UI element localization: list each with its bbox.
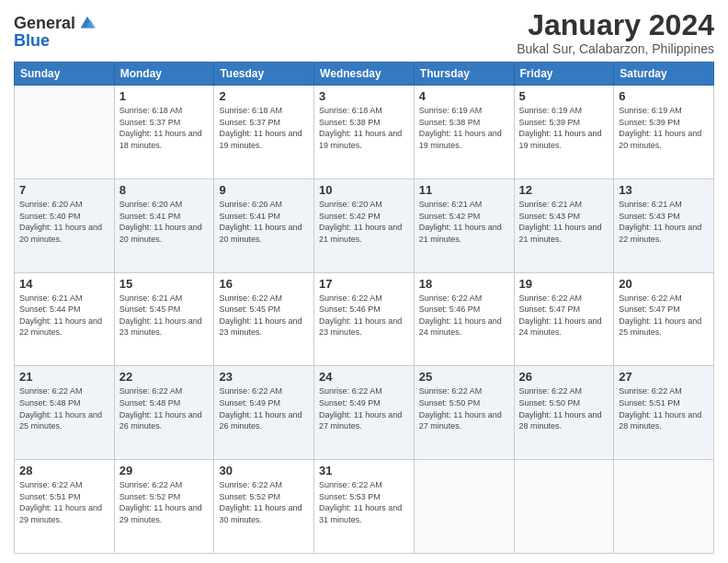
calendar-cell-w1-d5: 4Sunrise: 6:19 AMSunset: 5:38 PMDaylight… (414, 86, 514, 179)
day-number: 3 (319, 89, 409, 103)
day-number: 25 (419, 370, 509, 384)
calendar-cell-w4-d6: 26Sunrise: 6:22 AMSunset: 5:50 PMDayligh… (514, 366, 614, 460)
day-info: Sunrise: 6:21 AMSunset: 5:44 PMDaylight:… (19, 293, 109, 339)
logo-icon (77, 13, 97, 33)
calendar-header-row: Sunday Monday Tuesday Wednesday Thursday… (15, 63, 714, 86)
calendar-cell-w3-d1: 14Sunrise: 6:21 AMSunset: 5:44 PMDayligh… (15, 272, 115, 366)
day-number: 23 (219, 370, 309, 384)
calendar-cell-w3-d7: 20Sunrise: 6:22 AMSunset: 5:47 PMDayligh… (614, 272, 714, 366)
day-number: 26 (519, 370, 609, 384)
calendar-cell-w2-d7: 13Sunrise: 6:21 AMSunset: 5:43 PMDayligh… (614, 178, 714, 272)
calendar-cell-w5-d6 (514, 460, 614, 554)
calendar-cell-w5-d7 (614, 460, 714, 554)
day-info: Sunrise: 6:22 AMSunset: 5:46 PMDaylight:… (319, 293, 409, 339)
calendar-cell-w2-d1: 7Sunrise: 6:20 AMSunset: 5:40 PMDaylight… (15, 178, 115, 272)
day-number: 2 (219, 89, 309, 103)
day-info: Sunrise: 6:22 AMSunset: 5:50 PMDaylight:… (419, 385, 509, 431)
calendar-cell-w5-d2: 29Sunrise: 6:22 AMSunset: 5:52 PMDayligh… (114, 460, 214, 554)
day-info: Sunrise: 6:22 AMSunset: 5:52 PMDaylight:… (119, 479, 210, 525)
day-number: 14 (19, 277, 109, 291)
calendar-cell-w3-d3: 16Sunrise: 6:22 AMSunset: 5:45 PMDayligh… (214, 272, 314, 366)
day-number: 21 (19, 370, 109, 384)
calendar-cell-w3-d6: 19Sunrise: 6:22 AMSunset: 5:47 PMDayligh… (514, 272, 614, 366)
day-number: 29 (119, 464, 210, 477)
day-number: 30 (219, 464, 309, 477)
day-number: 13 (619, 183, 709, 197)
day-info: Sunrise: 6:19 AMSunset: 5:39 PMDaylight:… (519, 105, 609, 151)
calendar-week-3: 14Sunrise: 6:21 AMSunset: 5:44 PMDayligh… (15, 272, 714, 366)
day-number: 19 (519, 277, 609, 291)
day-number: 1 (119, 89, 210, 103)
day-number: 24 (319, 370, 409, 384)
col-tuesday: Tuesday (214, 63, 314, 86)
calendar-cell-w4-d4: 24Sunrise: 6:22 AMSunset: 5:49 PMDayligh… (314, 366, 415, 460)
page: General Blue January 2024 Bukal Sur, Cal… (0, 0, 728, 563)
day-number: 31 (319, 464, 409, 477)
day-number: 10 (319, 183, 409, 197)
day-number: 8 (119, 183, 210, 197)
logo-blue-text: Blue (14, 31, 50, 50)
day-info: Sunrise: 6:22 AMSunset: 5:53 PMDaylight:… (319, 479, 409, 525)
day-number: 27 (619, 370, 709, 384)
day-info: Sunrise: 6:22 AMSunset: 5:51 PMDaylight:… (19, 479, 109, 525)
calendar-table: Sunday Monday Tuesday Wednesday Thursday… (14, 62, 714, 554)
day-number: 4 (419, 89, 509, 103)
calendar-cell-w4-d7: 27Sunrise: 6:22 AMSunset: 5:51 PMDayligh… (614, 366, 714, 460)
day-number: 11 (419, 183, 509, 197)
calendar-cell-w2-d3: 9Sunrise: 6:20 AMSunset: 5:41 PMDaylight… (214, 178, 314, 272)
day-number: 17 (319, 277, 409, 291)
col-thursday: Thursday (414, 63, 514, 86)
calendar-cell-w2-d4: 10Sunrise: 6:20 AMSunset: 5:42 PMDayligh… (314, 178, 415, 272)
calendar-cell-w5-d1: 28Sunrise: 6:22 AMSunset: 5:51 PMDayligh… (15, 460, 115, 554)
calendar-cell-w1-d4: 3Sunrise: 6:18 AMSunset: 5:38 PMDaylight… (314, 86, 415, 179)
day-info: Sunrise: 6:19 AMSunset: 5:39 PMDaylight:… (619, 105, 709, 151)
calendar-cell-w3-d2: 15Sunrise: 6:21 AMSunset: 5:45 PMDayligh… (114, 272, 214, 366)
title-area: January 2024 Bukal Sur, Calabarzon, Phil… (517, 9, 714, 56)
day-info: Sunrise: 6:21 AMSunset: 5:43 PMDaylight:… (619, 199, 709, 245)
calendar-cell-w1-d7: 6Sunrise: 6:19 AMSunset: 5:39 PMDaylight… (614, 86, 714, 179)
calendar-cell-w2-d5: 11Sunrise: 6:21 AMSunset: 5:42 PMDayligh… (414, 178, 514, 272)
day-info: Sunrise: 6:18 AMSunset: 5:37 PMDaylight:… (219, 105, 309, 151)
day-info: Sunrise: 6:22 AMSunset: 5:51 PMDaylight:… (619, 385, 709, 431)
calendar-cell-w1-d6: 5Sunrise: 6:19 AMSunset: 5:39 PMDaylight… (514, 86, 614, 179)
day-info: Sunrise: 6:20 AMSunset: 5:41 PMDaylight:… (219, 199, 309, 245)
calendar-week-2: 7Sunrise: 6:20 AMSunset: 5:40 PMDaylight… (15, 178, 714, 272)
day-info: Sunrise: 6:22 AMSunset: 5:48 PMDaylight:… (119, 385, 210, 431)
day-info: Sunrise: 6:21 AMSunset: 5:43 PMDaylight:… (519, 199, 609, 245)
location: Bukal Sur, Calabarzon, Philippines (517, 41, 714, 56)
day-number: 16 (219, 277, 309, 291)
logo: General Blue (14, 13, 97, 51)
calendar-cell-w1-d1 (15, 86, 115, 179)
col-sunday: Sunday (15, 63, 115, 86)
day-info: Sunrise: 6:22 AMSunset: 5:46 PMDaylight:… (419, 293, 509, 339)
calendar-cell-w5-d5 (414, 460, 514, 554)
calendar-week-1: 1Sunrise: 6:18 AMSunset: 5:37 PMDaylight… (15, 86, 714, 179)
calendar-cell-w1-d3: 2Sunrise: 6:18 AMSunset: 5:37 PMDaylight… (214, 86, 314, 179)
day-number: 9 (219, 183, 309, 197)
col-saturday: Saturday (614, 63, 714, 86)
day-info: Sunrise: 6:22 AMSunset: 5:49 PMDaylight:… (219, 385, 309, 431)
day-number: 18 (419, 277, 509, 291)
day-number: 7 (19, 183, 109, 197)
calendar-cell-w5-d4: 31Sunrise: 6:22 AMSunset: 5:53 PMDayligh… (314, 460, 415, 554)
logo-general-text: General (14, 15, 75, 31)
calendar-cell-w4-d5: 25Sunrise: 6:22 AMSunset: 5:50 PMDayligh… (414, 366, 514, 460)
calendar-cell-w3-d5: 18Sunrise: 6:22 AMSunset: 5:46 PMDayligh… (414, 272, 514, 366)
day-number: 6 (619, 89, 709, 103)
day-info: Sunrise: 6:22 AMSunset: 5:52 PMDaylight:… (219, 479, 309, 525)
day-number: 20 (619, 277, 709, 291)
calendar-cell-w5-d3: 30Sunrise: 6:22 AMSunset: 5:52 PMDayligh… (214, 460, 314, 554)
day-number: 12 (519, 183, 609, 197)
col-monday: Monday (114, 63, 214, 86)
calendar-week-5: 28Sunrise: 6:22 AMSunset: 5:51 PMDayligh… (15, 460, 714, 554)
day-number: 15 (119, 277, 210, 291)
day-number: 22 (119, 370, 210, 384)
day-number: 28 (19, 464, 109, 477)
calendar-cell-w4-d2: 22Sunrise: 6:22 AMSunset: 5:48 PMDayligh… (114, 366, 214, 460)
day-info: Sunrise: 6:22 AMSunset: 5:49 PMDaylight:… (319, 385, 409, 431)
day-info: Sunrise: 6:22 AMSunset: 5:47 PMDaylight:… (619, 293, 709, 339)
day-info: Sunrise: 6:20 AMSunset: 5:41 PMDaylight:… (119, 199, 210, 245)
calendar-week-4: 21Sunrise: 6:22 AMSunset: 5:48 PMDayligh… (15, 366, 714, 460)
calendar-cell-w2-d2: 8Sunrise: 6:20 AMSunset: 5:41 PMDaylight… (114, 178, 214, 272)
day-info: Sunrise: 6:19 AMSunset: 5:38 PMDaylight:… (419, 105, 509, 151)
